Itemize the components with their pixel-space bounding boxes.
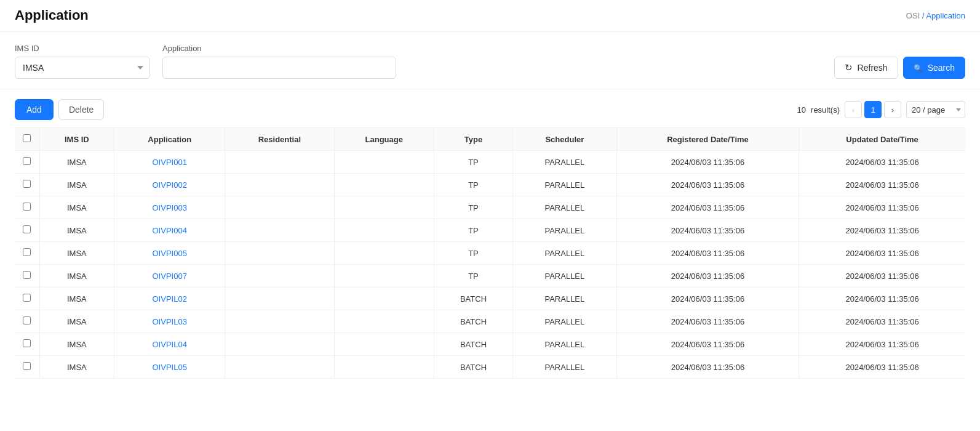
cell-residential <box>225 151 334 174</box>
imsid-label: IMS ID <box>15 44 150 53</box>
current-page: 1 <box>870 105 875 115</box>
search-button[interactable]: Search <box>903 57 965 79</box>
application-input[interactable] <box>162 57 396 79</box>
cell-language <box>334 196 434 219</box>
row-checkbox-1[interactable] <box>23 180 31 188</box>
cell-type: TP <box>434 174 512 196</box>
row-checkbox-2[interactable] <box>23 203 31 211</box>
cell-registered: 2024/06/03 11:35:06 <box>616 310 799 333</box>
delete-label: Delete <box>69 105 94 115</box>
cell-language <box>334 174 434 196</box>
application-link-9[interactable]: OIVPIL05 <box>153 363 187 372</box>
row-checkbox-3[interactable] <box>23 225 31 233</box>
cell-imsid: IMSA <box>39 333 114 356</box>
cell-residential <box>225 174 334 196</box>
select-all-header <box>15 128 39 151</box>
application-link-7[interactable]: OIVPIL03 <box>153 317 187 326</box>
cell-application[interactable]: OIVPIL02 <box>114 288 225 310</box>
cell-type: BATCH <box>434 356 512 379</box>
cell-type: BATCH <box>434 288 512 310</box>
row-checkbox-9[interactable] <box>23 362 31 370</box>
cell-scheduler: PARALLEL <box>512 288 616 310</box>
cell-application[interactable]: OIVPIL03 <box>114 310 225 333</box>
row-checkbox-0[interactable] <box>23 157 31 165</box>
search-icon <box>914 63 924 73</box>
cell-application[interactable]: OIVPI007 <box>114 265 225 288</box>
cell-scheduler: PARALLEL <box>512 151 616 174</box>
application-link-1[interactable]: OIVPI002 <box>153 180 187 190</box>
application-link-4[interactable]: OIVPI005 <box>153 249 187 258</box>
table-row: IMSA OIVPI005 TP PARALLEL 2024/06/03 11:… <box>15 242 965 265</box>
col-application: Application <box>114 128 225 151</box>
cell-residential <box>225 242 334 265</box>
search-label: Search <box>928 63 955 73</box>
result-count: 10 <box>797 105 806 115</box>
breadcrumb-parent[interactable]: OSI <box>906 11 920 20</box>
cell-language <box>334 151 434 174</box>
refresh-button[interactable]: Refresh <box>834 57 898 79</box>
cell-updated: 2024/06/03 11:35:06 <box>799 219 965 242</box>
row-checkbox-cell <box>15 174 39 196</box>
cell-imsid: IMSA <box>39 356 114 379</box>
cell-application[interactable]: OIVPI003 <box>114 196 225 219</box>
cell-scheduler: PARALLEL <box>512 333 616 356</box>
table-header-row: IMS ID Application Residential Language … <box>15 128 965 151</box>
cell-registered: 2024/06/03 11:35:06 <box>616 242 799 265</box>
application-link-5[interactable]: OIVPI007 <box>153 272 187 281</box>
row-checkbox-5[interactable] <box>23 271 31 279</box>
page-header: Application OSI / Application <box>0 0 980 31</box>
application-link-3[interactable]: OIVPI004 <box>153 226 187 235</box>
application-link-0[interactable]: OIVPI001 <box>153 158 187 167</box>
cell-scheduler: PARALLEL <box>512 196 616 219</box>
imsid-select[interactable]: IMSA <box>15 57 150 79</box>
next-page-button[interactable]: › <box>884 101 901 118</box>
page-1-button[interactable]: 1 <box>864 101 882 118</box>
cell-updated: 2024/06/03 11:35:06 <box>799 356 965 379</box>
cell-application[interactable]: OIVPIL05 <box>114 356 225 379</box>
cell-application[interactable]: OIVPI002 <box>114 174 225 196</box>
row-checkbox-cell <box>15 196 39 219</box>
row-checkbox-cell <box>15 288 39 310</box>
cell-language <box>334 242 434 265</box>
table-row: IMSA OIVPI002 TP PARALLEL 2024/06/03 11:… <box>15 174 965 196</box>
cell-type: TP <box>434 242 512 265</box>
table-row: IMSA OIVPI001 TP PARALLEL 2024/06/03 11:… <box>15 151 965 174</box>
table-row: IMSA OIVPIL02 BATCH PARALLEL 2024/06/03 … <box>15 288 965 310</box>
cell-updated: 2024/06/03 11:35:06 <box>799 310 965 333</box>
cell-language <box>334 288 434 310</box>
prev-page-button[interactable]: ‹ <box>845 101 862 118</box>
cell-updated: 2024/06/03 11:35:06 <box>799 151 965 174</box>
cell-application[interactable]: OIVPI001 <box>114 151 225 174</box>
row-checkbox-cell <box>15 242 39 265</box>
delete-button[interactable]: Delete <box>58 99 104 120</box>
application-link-8[interactable]: OIVPIL04 <box>153 340 187 349</box>
row-checkbox-4[interactable] <box>23 248 31 256</box>
per-page-select[interactable]: 10 / page 20 / page 50 / page 100 / page <box>906 101 965 118</box>
cell-residential <box>225 356 334 379</box>
cell-residential <box>225 310 334 333</box>
cell-application[interactable]: OIVPIL04 <box>114 333 225 356</box>
row-checkbox-cell <box>15 151 39 174</box>
cell-updated: 2024/06/03 11:35:06 <box>799 174 965 196</box>
cell-application[interactable]: OIVPI005 <box>114 242 225 265</box>
select-all-checkbox[interactable] <box>23 134 31 142</box>
table-row: IMSA OIVPIL03 BATCH PARALLEL 2024/06/03 … <box>15 310 965 333</box>
cell-scheduler: PARALLEL <box>512 310 616 333</box>
row-checkbox-6[interactable] <box>23 294 31 302</box>
cell-scheduler: PARALLEL <box>512 356 616 379</box>
pagination-nav: ‹ 1 › <box>845 101 901 118</box>
result-label: result(s) <box>811 105 840 115</box>
table-row: IMSA OIVPIL05 BATCH PARALLEL 2024/06/03 … <box>15 356 965 379</box>
cell-application[interactable]: OIVPI004 <box>114 219 225 242</box>
cell-residential <box>225 333 334 356</box>
cell-registered: 2024/06/03 11:35:06 <box>616 288 799 310</box>
add-button[interactable]: Add <box>15 99 54 120</box>
table-section: Add Delete 10 result(s) ‹ 1 › 10 / page … <box>0 89 980 389</box>
application-link-2[interactable]: OIVPI003 <box>153 203 187 212</box>
row-checkbox-7[interactable] <box>23 316 31 324</box>
table-wrapper: IMS ID Application Residential Language … <box>15 127 965 379</box>
table-toolbar: Add Delete 10 result(s) ‹ 1 › 10 / page … <box>15 99 965 120</box>
application-link-6[interactable]: OIVPIL02 <box>153 294 187 304</box>
row-checkbox-8[interactable] <box>23 339 31 347</box>
cell-registered: 2024/06/03 11:35:06 <box>616 174 799 196</box>
